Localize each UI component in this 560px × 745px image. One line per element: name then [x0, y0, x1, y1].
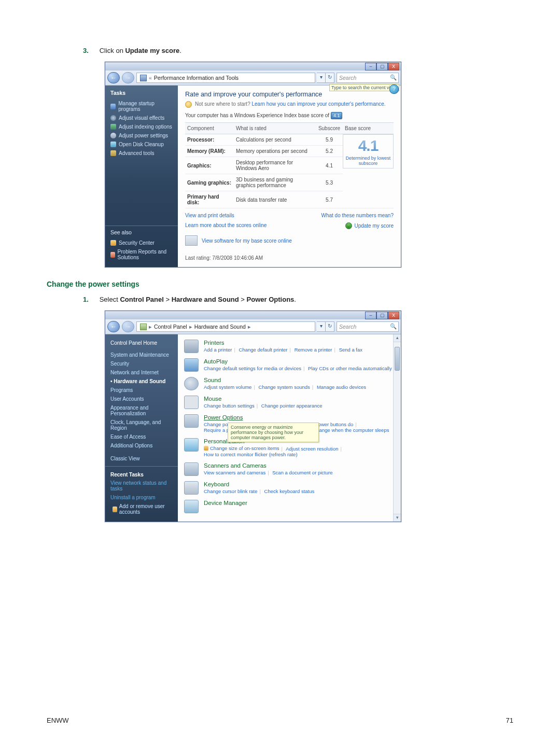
- nav-network-internet[interactable]: Network and Internet: [110, 370, 174, 375]
- task-manage-startup[interactable]: Manage startup programs: [110, 101, 174, 112]
- search-icon: 🔍: [390, 74, 397, 81]
- nav-ease-of-access[interactable]: Ease of Access: [110, 434, 174, 440]
- cat-device-manager-title[interactable]: Device Manager: [204, 500, 396, 506]
- breadcrumb[interactable]: ▸ Control Panel ▸ Hardware and Sound ▸: [136, 321, 315, 332]
- nav-system-maintenance[interactable]: System and Maintenance: [110, 352, 174, 358]
- cat-power-title[interactable]: Power Options: [204, 414, 396, 420]
- link-learn-more-online[interactable]: Learn more about the scores online: [185, 222, 267, 229]
- power-sleep[interactable]: Change when the computer sleeps: [313, 427, 389, 433]
- close-button[interactable]: X: [388, 312, 399, 319]
- task-advanced-tools[interactable]: Advanced tools: [110, 150, 174, 156]
- nav-appearance[interactable]: Appearance and Personalization: [110, 405, 174, 416]
- printers-add[interactable]: Add a printer: [204, 347, 232, 353]
- th-subscore: Subscore: [316, 123, 343, 134]
- hint-link[interactable]: Learn how you can improve your computer'…: [252, 101, 386, 107]
- cat-autoplay-title[interactable]: AutoPlay: [204, 358, 396, 364]
- link-update-my-score[interactable]: Update my score: [345, 222, 394, 229]
- footer-left: ENWW: [47, 716, 69, 724]
- nav-classic-view[interactable]: Classic View: [110, 456, 174, 461]
- minimize-button[interactable]: –: [365, 63, 376, 71]
- search-input[interactable]: Search 🔍: [337, 321, 399, 332]
- nav-security[interactable]: Security: [110, 361, 174, 367]
- back-button[interactable]: ←: [107, 72, 120, 83]
- cat-printers-title[interactable]: Printers: [204, 340, 396, 346]
- personal-size-items[interactable]: Change size of on-screen items: [204, 445, 279, 451]
- hint-row: Not sure where to start? Learn how you c…: [185, 101, 394, 108]
- cat-scanners-title[interactable]: Scanners and Cameras: [204, 462, 396, 469]
- nav-clock-language-region[interactable]: Clock, Language, and Region: [110, 419, 174, 431]
- printers-remove[interactable]: Remove a printer: [295, 347, 332, 353]
- device-manager-icon: [184, 500, 199, 513]
- task-power-settings[interactable]: Adjust power settings: [110, 133, 174, 138]
- breadcrumb[interactable]: « Performance Information and Tools: [136, 73, 315, 83]
- computer-icon: [185, 235, 198, 246]
- maximize-button[interactable]: ▢: [376, 312, 388, 319]
- keyboard-status[interactable]: Check keyboard status: [264, 488, 315, 494]
- printers-default[interactable]: Change default printer: [239, 347, 288, 353]
- personal-resolution[interactable]: Adjust screen resolution: [286, 446, 338, 452]
- help-icon[interactable]: ?: [389, 85, 399, 94]
- scanners-scan[interactable]: Scan a document or picture: [272, 470, 332, 475]
- task-disk-cleanup[interactable]: Open Disk Cleanup: [110, 142, 174, 147]
- see-also-problem-reports[interactable]: Problem Reports and Solutions: [110, 249, 174, 260]
- section-change-power-settings: Change the power settings: [47, 280, 513, 288]
- mouse-pointer[interactable]: Change pointer appearance: [261, 403, 323, 409]
- personal-flicker[interactable]: How to correct monitor flicker (refresh …: [204, 452, 298, 457]
- recent-view-network-status[interactable]: View network status and tasks: [110, 480, 174, 491]
- minimize-button[interactable]: –: [365, 312, 376, 319]
- printers-fax[interactable]: Send a fax: [339, 347, 362, 353]
- forward-button[interactable]: →: [122, 321, 134, 332]
- forward-button[interactable]: →: [122, 72, 134, 83]
- th-base-score: Base score: [343, 123, 394, 134]
- link-view-software[interactable]: View software for my base score online: [185, 235, 394, 246]
- refresh-button[interactable]: ↻: [326, 73, 334, 83]
- sound-volume[interactable]: Adjust system volume: [204, 384, 251, 390]
- th-component: Component: [185, 123, 234, 134]
- scroll-down-arrow[interactable]: ▾: [394, 514, 401, 522]
- cat-printers: Printers Add a printer| Change default p…: [184, 340, 396, 353]
- nav-additional-options[interactable]: Additional Options: [110, 443, 174, 448]
- scroll-thumb[interactable]: [395, 347, 400, 371]
- cp-sidebar: Control Panel Home System and Maintenanc…: [105, 334, 178, 522]
- base-score-badge: 4.1: [331, 112, 343, 119]
- row-processor-score: 5.9: [316, 134, 343, 146]
- cat-sound-title[interactable]: Sound: [204, 377, 396, 383]
- cat-mouse-title[interactable]: Mouse: [204, 396, 396, 402]
- back-button[interactable]: ←: [107, 321, 120, 332]
- breadcrumb-dropdown[interactable]: ▾: [317, 73, 326, 83]
- power-icon: [110, 133, 116, 138]
- scroll-up-arrow[interactable]: ▴: [394, 334, 401, 342]
- link-what-numbers-mean[interactable]: What do these numbers mean?: [321, 213, 394, 218]
- keyboard-icon: [184, 481, 199, 495]
- cat-keyboard-title[interactable]: Keyboard: [204, 481, 396, 487]
- performance-table: Component What is rated Subscore Base sc…: [185, 122, 394, 208]
- task-indexing[interactable]: Adjust indexing options: [110, 124, 174, 130]
- startup-icon: [110, 104, 116, 109]
- sound-sounds[interactable]: Change system sounds: [259, 384, 310, 390]
- search-input[interactable]: Search 🔍 Type to search the current view…: [337, 73, 399, 83]
- base-score-line: Your computer has a Windows Experience I…: [185, 112, 394, 119]
- gear-icon: [110, 115, 116, 121]
- nav-user-accounts[interactable]: User Accounts: [110, 396, 174, 402]
- step-text: Select Control Panel > Hardware and Soun…: [100, 296, 296, 303]
- see-also-security-center[interactable]: Security Center: [110, 240, 174, 246]
- task-visual-effects[interactable]: Adjust visual effects: [110, 115, 174, 121]
- sound-devices[interactable]: Manage audio devices: [317, 384, 366, 390]
- nav-programs[interactable]: Programs: [110, 387, 174, 393]
- link-view-print-details[interactable]: View and print details: [185, 213, 234, 218]
- recent-add-remove-accounts[interactable]: Add or remove user accounts: [110, 503, 174, 515]
- power-options-tooltip: Conserve energy or maximize performance …: [228, 423, 319, 442]
- nav-cp-home[interactable]: Control Panel Home: [110, 340, 174, 346]
- maximize-button[interactable]: ▢: [376, 63, 388, 71]
- close-button[interactable]: X: [388, 63, 399, 71]
- refresh-button[interactable]: ↻: [326, 321, 334, 332]
- keyboard-blink[interactable]: Change cursor blink rate: [204, 488, 258, 494]
- nav-hardware-and-sound[interactable]: Hardware and Sound: [110, 378, 174, 384]
- autoplay-play[interactable]: Play CDs or other media automatically: [308, 366, 392, 371]
- mouse-buttons[interactable]: Change button settings: [204, 403, 255, 409]
- autoplay-defaults[interactable]: Change default settings for media or dev…: [204, 366, 301, 371]
- breadcrumb-dropdown[interactable]: ▾: [317, 321, 326, 332]
- scanners-view[interactable]: View scanners and cameras: [204, 470, 265, 475]
- recent-uninstall-program[interactable]: Uninstall a program: [110, 495, 174, 500]
- address-bar: ← → ▸ Control Panel ▸ Hardware and Sound…: [105, 319, 401, 334]
